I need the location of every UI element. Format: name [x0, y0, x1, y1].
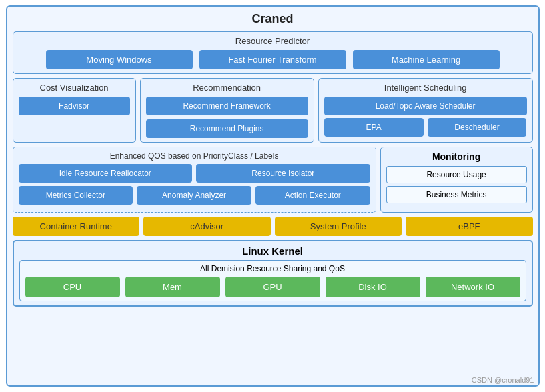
resource-isolator-button[interactable]: Resource Isolator	[196, 164, 370, 183]
intelligent-sched-label: Intelligent Scheduling	[324, 83, 527, 93]
monitoring-section: Monitoring Resource Usage Business Metri…	[380, 147, 533, 213]
network-io-button[interactable]: Network IO	[426, 277, 520, 297]
load-topo-button[interactable]: Load/Topo Aware Scheduler	[324, 97, 527, 115]
intel-top: Load/Topo Aware Scheduler	[324, 97, 527, 115]
kernel-inner-label: All Demision Resource Sharing and QoS	[25, 264, 520, 273]
qos-label: Enhanced QOS based on PriorityClass / La…	[19, 151, 370, 161]
epa-button[interactable]: EPA	[324, 118, 424, 137]
cost-viz-buttons: Fadvisor	[19, 97, 130, 115]
recommend-framework-button[interactable]: Recommend Framework	[146, 97, 308, 115]
qos-monitoring-row: Enhanced QOS based on PriorityClass / La…	[13, 147, 533, 213]
linux-kernel-title: Linux Kernel	[19, 245, 526, 257]
qos-row1: Idle Resource Reallocator Resource Isola…	[19, 164, 370, 183]
idle-resource-reallocator-button[interactable]: Idle Resource Reallocator	[19, 164, 193, 183]
moving-windows-button[interactable]: Moving Windows	[46, 50, 193, 69]
disk-io-button[interactable]: Disk IO	[326, 277, 420, 297]
system-profile-button[interactable]: System Profile	[275, 217, 402, 236]
cpu-button[interactable]: CPU	[25, 277, 120, 297]
cadvisor-button[interactable]: cAdvisor	[143, 217, 271, 236]
recommendation-buttons: Recommend Framework Recommend Plugins	[146, 97, 308, 138]
recommendation-label: Recommendation	[146, 83, 308, 93]
yellow-row: Container Runtime cAdvisor System Profil…	[13, 217, 533, 236]
watermark: CSDN @cronald91	[472, 376, 534, 384]
mem-button[interactable]: Mem	[125, 277, 220, 297]
linux-kernel-section: Linux Kernel All Demision Resource Shari…	[13, 240, 533, 307]
recommendation-section: Recommendation Recommend Framework Recom…	[140, 78, 314, 143]
anomaly-analyzer-button[interactable]: Anomaly Analyzer	[137, 186, 251, 205]
kernel-inner: All Demision Resource Sharing and QoS CP…	[19, 260, 526, 301]
resource-predictor-buttons: Moving Windows Fast Fourier Transform Ma…	[19, 50, 527, 69]
resource-predictor-section: Resource Predictor Moving Windows Fast F…	[13, 31, 533, 74]
recommend-plugins-button[interactable]: Recommend Plugins	[146, 119, 308, 138]
metrics-collector-button[interactable]: Metrics Collector	[19, 186, 133, 205]
ebpf-button[interactable]: eBPF	[406, 217, 533, 236]
resource-predictor-label: Resource Predictor	[19, 36, 527, 46]
resource-usage-item: Resource Usage	[386, 166, 527, 183]
fadvisor-button[interactable]: Fadvisor	[19, 97, 130, 115]
fast-fourier-button[interactable]: Fast Fourier Transform	[199, 50, 346, 69]
container-runtime-button[interactable]: Container Runtime	[13, 217, 140, 236]
qos-row2: Metrics Collector Anomaly Analyzer Actio…	[19, 186, 370, 205]
machine-learning-button[interactable]: Machine Learning	[353, 50, 500, 69]
diagram-title: Craned	[13, 12, 533, 26]
gpu-button[interactable]: GPU	[225, 277, 320, 297]
monitoring-title: Monitoring	[386, 151, 527, 162]
intel-bottom-row: EPA Descheduler	[324, 118, 527, 137]
middle-row: Cost Visualization Fadvisor Recommendati…	[13, 78, 533, 143]
action-executor-button[interactable]: Action Executor	[255, 186, 370, 205]
cost-visualization-section: Cost Visualization Fadvisor	[13, 78, 136, 143]
intelligent-scheduling-section: Intelligent Scheduling Load/Topo Aware S…	[318, 78, 533, 143]
cost-viz-label: Cost Visualization	[19, 83, 130, 93]
main-diagram: Craned Resource Predictor Moving Windows…	[6, 5, 540, 387]
descheduler-button[interactable]: Descheduler	[428, 118, 527, 137]
green-row: CPU Mem GPU Disk IO Network IO	[25, 277, 520, 297]
business-metrics-item: Business Metrics	[386, 186, 527, 203]
qos-section: Enhanced QOS based on PriorityClass / La…	[13, 147, 376, 213]
